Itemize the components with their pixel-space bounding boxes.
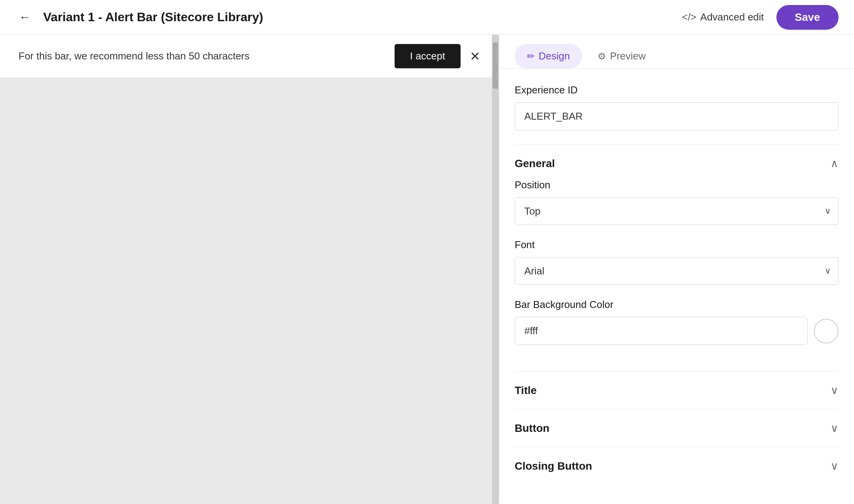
closing-button-chevron-down-icon: ∨ [830,460,839,472]
font-field: Font Arial Helvetica Georgia Times New R… [515,239,839,285]
tab-design[interactable]: ✏ Design [515,44,582,68]
font-select-wrapper: Arial Helvetica Georgia Times New Roman … [515,257,839,285]
close-icon-button[interactable]: ✕ [470,49,480,64]
general-chevron-up-icon: ∧ [830,157,839,170]
page-title: Variant 1 - Alert Bar (Sitecore Library) [43,10,263,24]
design-pen-icon: ✏ [527,51,535,62]
tab-preview-label: Preview [610,50,646,62]
code-icon: </> [682,11,696,23]
header: ← Variant 1 - Alert Bar (Sitecore Librar… [0,0,854,35]
advanced-edit-button[interactable]: </> Advanced edit [682,11,764,23]
general-section-header[interactable]: General ∧ [515,157,839,170]
bar-background-color-field: Bar Background Color [515,299,839,345]
position-label: Position [515,179,839,191]
general-section-content: Position Top Bottom ∨ Font [515,170,839,345]
save-button[interactable]: Save [776,5,839,30]
tab-design-label: Design [539,50,570,62]
button-section: Button ∨ [515,409,839,447]
main-layout: For this bar, we recommend less than 50 … [0,35,854,504]
title-section-title: Title [515,384,537,397]
experience-id-input[interactable] [515,102,839,130]
tab-preview[interactable]: ⚙ Preview [585,44,658,68]
settings-content: Experience ID General ∧ Position Top [499,69,854,504]
back-button[interactable]: ← [15,7,34,27]
advanced-edit-label: Advanced edit [700,11,764,23]
back-icon: ← [19,10,31,24]
settings-gear-icon: ⚙ [598,51,606,62]
closing-button-section-title: Closing Button [515,460,592,472]
position-field: Position Top Bottom ∨ [515,179,839,225]
title-section-header[interactable]: Title ∨ [515,384,839,397]
position-select-wrapper: Top Bottom ∨ [515,197,839,225]
general-section: General ∧ Position Top Bottom ∨ [515,144,839,371]
title-chevron-down-icon: ∨ [830,384,839,397]
position-select[interactable]: Top Bottom [515,197,839,225]
closing-button-section-header[interactable]: Closing Button ∨ [515,460,839,472]
tab-bar: ✏ Design ⚙ Preview [499,35,854,69]
button-chevron-down-icon: ∨ [830,422,839,435]
alert-bar: For this bar, we recommend less than 50 … [0,35,499,78]
alert-bar-actions: I accept ✕ [395,44,480,68]
button-section-header[interactable]: Button ∨ [515,422,839,435]
button-section-title: Button [515,422,549,435]
title-section: Title ∨ [515,371,839,409]
scrollbar[interactable] [492,35,499,504]
font-label: Font [515,239,839,251]
bar-background-color-row [515,317,839,345]
accept-button[interactable]: I accept [395,44,461,68]
experience-id-field: Experience ID [515,84,839,130]
experience-id-label: Experience ID [515,84,839,96]
bar-background-color-swatch[interactable] [814,319,839,343]
preview-panel: For this bar, we recommend less than 50 … [0,35,499,504]
right-panel: ✏ Design ⚙ Preview Experience ID General… [499,35,854,504]
closing-button-section: Closing Button ∨ [515,447,839,485]
scroll-thumb [493,42,498,89]
bar-background-color-input[interactable] [515,317,808,345]
font-select[interactable]: Arial Helvetica Georgia Times New Roman [515,257,839,285]
bar-background-color-label: Bar Background Color [515,299,839,311]
alert-bar-message: For this bar, we recommend less than 50 … [19,50,249,62]
header-right: </> Advanced edit Save [682,5,839,30]
general-section-title: General [515,157,555,170]
header-left: ← Variant 1 - Alert Bar (Sitecore Librar… [15,7,263,27]
